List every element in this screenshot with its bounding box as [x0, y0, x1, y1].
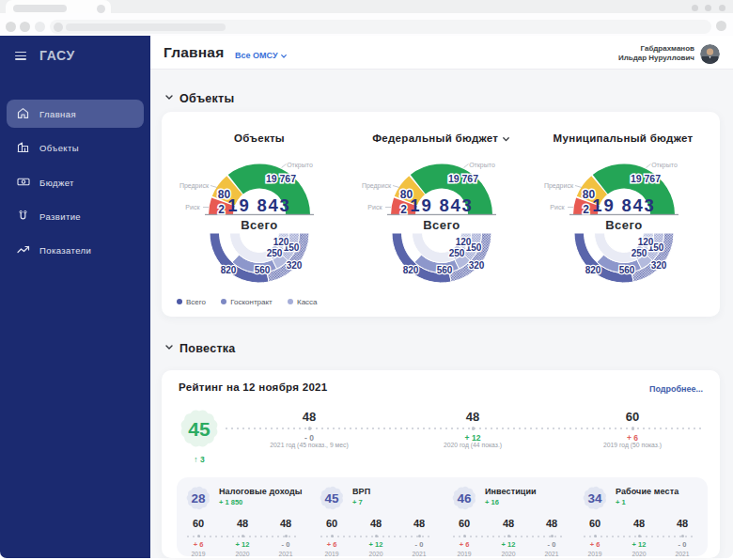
svg-text:250: 250: [267, 248, 283, 258]
svg-text:2: 2: [583, 203, 589, 216]
svg-text:820: 820: [403, 265, 419, 275]
svg-text:Риск: Риск: [550, 204, 565, 210]
svg-text:560: 560: [255, 265, 271, 275]
svg-text:560: 560: [437, 265, 453, 275]
svg-text:19 767: 19 767: [631, 173, 661, 184]
svg-text:250: 250: [632, 248, 647, 258]
svg-text:19 843: 19 843: [592, 195, 655, 215]
svg-text:250: 250: [449, 248, 465, 258]
svg-text:28: 28: [191, 491, 206, 506]
svg-text:Предриск: Предриск: [544, 182, 574, 190]
svg-text:320: 320: [287, 260, 303, 271]
svg-text:19 843: 19 843: [227, 195, 290, 215]
svg-text:Всего: Всего: [423, 218, 460, 232]
svg-text:45: 45: [188, 418, 211, 440]
svg-text:Открыто: Открыто: [651, 162, 678, 169]
svg-text:320: 320: [651, 260, 667, 271]
svg-text:19 843: 19 843: [410, 195, 473, 215]
svg-text:Предриск: Предриск: [179, 182, 210, 190]
svg-text:120: 120: [456, 237, 472, 247]
svg-text:Открыто: Открыто: [469, 162, 495, 169]
svg-text:34: 34: [587, 491, 602, 506]
svg-text:2: 2: [218, 203, 225, 216]
svg-text:Риск: Риск: [185, 204, 200, 210]
svg-text:Всего: Всего: [241, 218, 278, 232]
svg-text:120: 120: [273, 237, 289, 247]
svg-text:320: 320: [469, 260, 485, 271]
svg-text:820: 820: [585, 265, 601, 275]
svg-text:Открыто: Открыто: [287, 162, 313, 169]
svg-text:Предриск: Предриск: [362, 182, 392, 190]
svg-text:Риск: Риск: [367, 204, 382, 210]
svg-text:19 767: 19 767: [266, 173, 296, 184]
svg-text:560: 560: [619, 265, 635, 275]
svg-text:19 767: 19 767: [448, 173, 478, 184]
svg-text:2: 2: [400, 203, 407, 216]
svg-text:46: 46: [457, 491, 472, 506]
svg-text:45: 45: [324, 491, 339, 506]
svg-text:820: 820: [221, 265, 237, 275]
svg-text:120: 120: [638, 237, 654, 247]
svg-text:Всего: Всего: [605, 218, 643, 232]
